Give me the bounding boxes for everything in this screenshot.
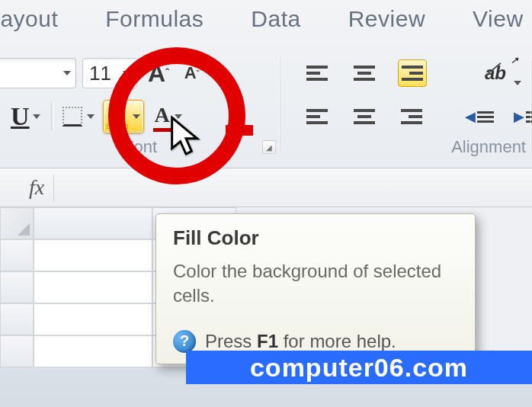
font-size-input[interactable]: 11 — [82, 58, 137, 88]
alignment-group-label: Alignment — [280, 137, 532, 157]
chevron-down-icon — [33, 114, 40, 119]
grow-font-button[interactable]: Aˆ — [143, 56, 174, 91]
chevron-down-icon — [514, 81, 521, 85]
tab-data[interactable]: Data — [251, 6, 300, 32]
font-color-icon: A — [155, 103, 170, 130]
tab-page-layout[interactable]: ge Layout — [0, 6, 58, 32]
tooltip-body: Color the background of selected cells. — [173, 259, 458, 309]
cell[interactable] — [34, 303, 152, 335]
align-top-left-button[interactable] — [303, 59, 331, 87]
increase-indent-button[interactable]: ▶ — [514, 108, 532, 125]
underline-button[interactable]: U — [8, 102, 43, 131]
font-group-label: Font — [0, 137, 280, 157]
tab-review[interactable]: Review — [348, 6, 425, 32]
row-header[interactable] — [0, 239, 34, 271]
tooltip-fill-color: Fill Color Color the background of selec… — [155, 213, 476, 364]
chevron-down-icon — [175, 114, 182, 119]
watermark: computer06.com — [186, 351, 532, 384]
cell[interactable] — [34, 335, 152, 367]
tooltip-help: ? Press F1 for more help. — [173, 330, 458, 353]
align-right-button[interactable] — [398, 103, 425, 130]
help-icon: ? — [173, 330, 196, 353]
font-color-button[interactable]: A — [152, 100, 185, 133]
chevron-down-icon — [123, 71, 130, 75]
cell[interactable] — [34, 239, 152, 271]
row-header[interactable] — [0, 271, 34, 303]
font-name-dropdown[interactable] — [0, 58, 76, 88]
align-left-button[interactable] — [303, 103, 331, 130]
borders-button[interactable] — [62, 100, 95, 133]
column-header[interactable] — [34, 207, 152, 239]
chevron-down-icon — [133, 114, 140, 119]
select-all-corner[interactable] — [0, 207, 34, 239]
fill-color-button[interactable] — [103, 100, 144, 133]
font-group: 11 Aˆ Aˇ U — [0, 53, 280, 159]
row-header[interactable] — [0, 335, 34, 367]
paint-bucket-icon — [107, 106, 128, 127]
separator — [51, 102, 54, 131]
font-dialog-launcher[interactable]: ◢ — [262, 140, 276, 154]
shrink-font-button[interactable]: Aˇ — [180, 60, 204, 86]
tab-formulas[interactable]: Formulas — [105, 6, 204, 32]
cell[interactable] — [34, 271, 152, 303]
align-top-right-button[interactable] — [398, 59, 427, 87]
row-header[interactable] — [0, 303, 34, 335]
orientation-button[interactable]: ab↗ — [482, 59, 509, 87]
formula-bar[interactable]: fx — [0, 168, 532, 207]
align-top-center-button[interactable] — [351, 59, 378, 87]
tooltip-title: Fill Color — [173, 226, 458, 250]
alignment-group: ab↗ ◀ ▶ Alignment — [280, 53, 532, 159]
ribbon-tabs: ge Layout Formulas Data Review View — [0, 0, 532, 50]
align-center-button[interactable] — [351, 103, 378, 130]
decrease-indent-button[interactable]: ◀ — [465, 108, 494, 125]
tab-view[interactable]: View — [473, 6, 523, 32]
fx-label: fx — [20, 174, 54, 201]
font-size-value: 11 — [89, 62, 111, 85]
chevron-down-icon — [87, 114, 95, 119]
borders-icon — [62, 107, 82, 127]
chevron-down-icon — [63, 71, 71, 75]
ribbon: 11 Aˆ Aˇ U — [0, 50, 532, 168]
